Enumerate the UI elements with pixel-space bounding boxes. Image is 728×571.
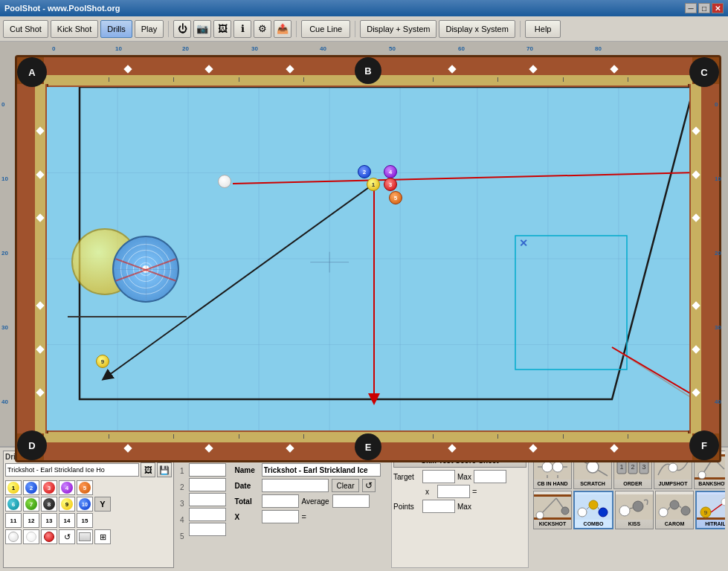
ball-cell-solid-white2[interactable] xyxy=(23,529,39,544)
photo-icon-button[interactable]: 🖼 xyxy=(213,20,231,38)
kiss-icon xyxy=(616,494,653,520)
play-button[interactable]: Play xyxy=(135,20,164,38)
total-label: Total xyxy=(235,497,259,506)
ball-cell-6[interactable]: 6 xyxy=(5,497,22,512)
drills-name-input[interactable] xyxy=(5,463,139,477)
drills-section: Drills 🖼 💾 1 2 3 4 xyxy=(3,451,174,568)
score-input-4[interactable] xyxy=(189,508,226,521)
hitrail-button[interactable]: 9 HITRAIL xyxy=(695,491,725,529)
clear-button[interactable]: Clear xyxy=(332,479,360,492)
ball-2: 2 xyxy=(358,165,371,178)
svg-point-63 xyxy=(681,506,690,515)
pool-table[interactable]: A B C D E F xyxy=(15,55,721,462)
kick-shot-button[interactable]: Kick Shot xyxy=(51,20,98,38)
svg-point-49 xyxy=(561,507,569,514)
ball-cell-14[interactable]: 14 xyxy=(59,513,75,528)
eq-label: = xyxy=(302,512,306,521)
drills-save-button[interactable]: 💾 xyxy=(157,462,172,477)
close-button[interactable]: ✕ xyxy=(712,3,724,13)
shot-name-input[interactable] xyxy=(262,463,381,477)
points-input[interactable] xyxy=(422,500,455,513)
svg-text:1: 1 xyxy=(619,463,623,471)
maximize-button[interactable]: □ xyxy=(698,3,710,13)
score-input-5[interactable] xyxy=(189,523,226,536)
score-input-2[interactable] xyxy=(189,478,226,491)
target-row: Target Max xyxy=(393,470,526,483)
svg-point-36 xyxy=(669,463,677,472)
ball-cell-red[interactable] xyxy=(41,529,57,544)
ball-cell-4[interactable]: 4 xyxy=(59,480,75,495)
ball-cell-11[interactable]: 11 xyxy=(5,513,22,528)
svg-point-51 xyxy=(578,508,587,517)
svg-point-52 xyxy=(589,500,598,509)
score-input-3[interactable] xyxy=(189,493,226,506)
display-x-button[interactable]: Display x System xyxy=(439,20,515,38)
ball-cell-12[interactable]: 12 xyxy=(23,513,39,528)
left-rail xyxy=(17,84,48,433)
ball-cell-8[interactable]: 8 xyxy=(41,497,57,512)
display-plus-button[interactable]: Display + System xyxy=(360,20,437,38)
export-icon-button[interactable]: 📤 xyxy=(274,20,291,38)
total-input[interactable] xyxy=(262,494,299,508)
ball-cell-3[interactable]: 3 xyxy=(41,480,57,495)
drills-photo-button[interactable]: 🖼 xyxy=(141,462,155,477)
x-eq-input[interactable] xyxy=(437,485,470,498)
camera-icon-button[interactable]: 📷 xyxy=(193,20,211,38)
svg-point-48 xyxy=(536,512,544,519)
separator-1 xyxy=(168,21,169,37)
ball-cell-solid-white[interactable] xyxy=(5,529,22,544)
svg-point-24 xyxy=(553,462,563,472)
svg-point-62 xyxy=(670,500,679,509)
ball-cell-15[interactable]: 15 xyxy=(77,513,93,528)
target-input[interactable] xyxy=(422,470,455,483)
ball-5: 5 xyxy=(389,191,402,204)
ball-cell-9[interactable]: 9 xyxy=(59,497,75,512)
main-area: 0 10 20 30 40 50 60 70 80 0 10 20 30 40 … xyxy=(0,42,728,571)
average-input[interactable] xyxy=(332,494,370,508)
separator-2 xyxy=(296,21,297,37)
ball-cell-2[interactable]: 2 xyxy=(23,480,39,495)
kickshot-button[interactable]: KICKSHOT xyxy=(533,491,572,529)
date-input[interactable] xyxy=(262,479,329,492)
ball-cell-5[interactable]: 5 xyxy=(77,480,93,495)
toolbar: Cut Shot Kick Shot Drills Play ⏻ 📷 🖼 ℹ ⚙… xyxy=(0,16,728,42)
svg-line-14 xyxy=(233,172,689,184)
score-section: Score 1 2 3 4 5 xyxy=(178,451,387,568)
svg-point-53 xyxy=(599,508,608,517)
order-label: ORDER xyxy=(623,481,642,486)
svg-text:3: 3 xyxy=(642,463,645,471)
ball-cell-arrow[interactable]: ↺ xyxy=(59,529,75,544)
drills-button[interactable]: Drills xyxy=(100,20,132,38)
bankshot-label: BANKSHOT xyxy=(698,481,725,486)
svg-point-42 xyxy=(698,471,706,479)
power-icon-button[interactable]: ⏻ xyxy=(173,20,191,38)
info-icon-button[interactable]: ℹ xyxy=(233,20,251,38)
minimize-button[interactable]: ─ xyxy=(685,3,697,13)
combo-button[interactable]: COMBO xyxy=(573,491,613,529)
target-label: Target xyxy=(393,473,420,481)
refresh-icon-button[interactable]: ↺ xyxy=(362,479,376,492)
cut-shot-button[interactable]: Cut Shot xyxy=(3,20,48,38)
svg-text:2: 2 xyxy=(631,463,634,471)
carom-button[interactable]: CAROM xyxy=(655,491,694,529)
separator-3 xyxy=(355,21,355,37)
cue-line-button[interactable]: Cue Line xyxy=(301,20,350,38)
settings-icon-button[interactable]: ⚙ xyxy=(254,20,271,38)
pocket-d: D xyxy=(17,430,47,460)
max-input[interactable] xyxy=(474,470,506,483)
help-button[interactable]: Help xyxy=(525,20,561,38)
x-eq-label: x xyxy=(425,488,429,496)
ball-cell-10[interactable]: 10 xyxy=(77,497,93,512)
kickshot-icon xyxy=(534,494,571,520)
kiss-button[interactable]: KISS xyxy=(615,491,654,529)
carom-label: CAROM xyxy=(665,521,684,526)
y-label: Y xyxy=(94,497,111,512)
ball-cell-grid[interactable]: ⊞ xyxy=(94,529,111,544)
ball-cell-list[interactable] xyxy=(77,529,93,544)
x-input[interactable] xyxy=(262,510,299,523)
ball-cell-13[interactable]: 13 xyxy=(41,513,57,528)
ball-cell-7[interactable]: 7 xyxy=(23,497,39,512)
score-input-1[interactable] xyxy=(189,463,226,477)
ball-cell-1[interactable]: 1 xyxy=(5,480,22,495)
svg-point-23 xyxy=(542,462,553,472)
